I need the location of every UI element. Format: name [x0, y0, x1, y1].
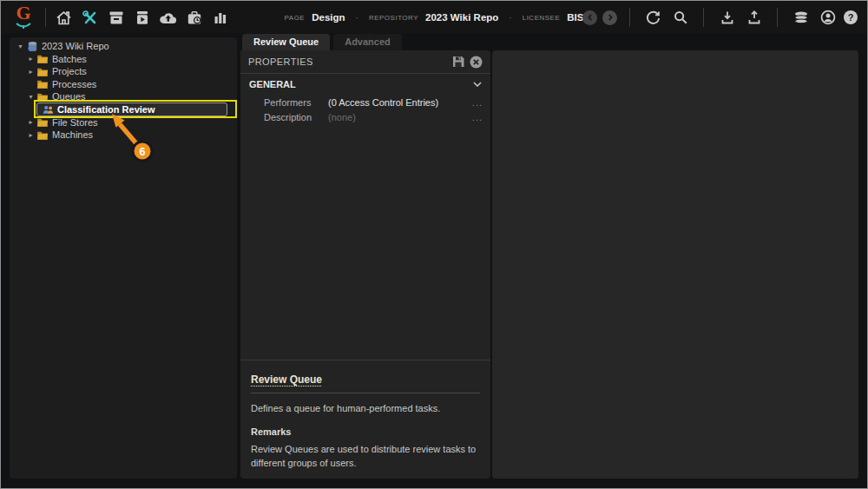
- folder-icon: [36, 54, 49, 63]
- user-account-icon[interactable]: [817, 6, 838, 29]
- expander-icon[interactable]: ▾: [16, 43, 25, 50]
- description-value[interactable]: (none): [328, 112, 472, 122]
- tree-item-file-stores[interactable]: ▸ File Stores: [10, 116, 237, 129]
- performers-label: Performers: [264, 97, 328, 108]
- folder-icon: [36, 92, 49, 102]
- refresh-icon[interactable]: [642, 6, 664, 29]
- help-description: Defines a queue for human-performed task…: [251, 402, 480, 416]
- logo-letter: G: [16, 2, 30, 23]
- chevron-down-icon: [473, 82, 482, 87]
- repository-label: REPOSITORY: [369, 14, 418, 22]
- review-queue-people-icon: [41, 105, 55, 114]
- content-workspace-panel: [492, 50, 858, 479]
- app-window: G: [0, 0, 868, 489]
- detail-tabs: Review Queue Advanced: [242, 34, 402, 50]
- tree-item-repo-root[interactable]: ▾ 2023 Wiki Repo: [10, 40, 237, 53]
- tree-item-label: Processes: [49, 79, 96, 89]
- toolbar-divider: [629, 8, 630, 27]
- expander-icon[interactable]: ▾: [26, 93, 36, 101]
- folder-icon: [36, 130, 49, 140]
- general-section-header[interactable]: GENERAL: [240, 74, 490, 95]
- properties-panel: PROPERTIES: [240, 50, 490, 479]
- tree-item-label: Machines: [49, 129, 93, 140]
- context-separator: ·: [505, 13, 515, 23]
- help-remarks-text: Review Queues are used to distribute rev…: [251, 443, 480, 471]
- download-icon[interactable]: [716, 6, 738, 29]
- tree-item-label: 2023 Wiki Repo: [39, 41, 109, 51]
- tree-item-processes[interactable]: Processes: [10, 78, 237, 91]
- tree-item-label: Classification Review: [55, 104, 155, 115]
- batch-process-play-icon[interactable]: [131, 6, 153, 29]
- grooper-logo: G: [9, 3, 38, 31]
- nav-forward-button[interactable]: [602, 10, 617, 25]
- properties-header: PROPERTIES: [240, 50, 490, 74]
- repository-icon: [25, 41, 39, 52]
- repository-value[interactable]: 2023 Wiki Repo: [425, 12, 498, 23]
- property-row-description: Description (none) ...: [240, 109, 490, 124]
- toolbar-right-icons: ?: [582, 2, 858, 33]
- description-label: Description: [264, 112, 328, 122]
- save-button[interactable]: [452, 56, 464, 68]
- help-pane: Review Queue Defines a queue for human-p…: [240, 360, 490, 479]
- folder-icon: [36, 67, 49, 76]
- stats-bar-chart-icon[interactable]: [209, 6, 231, 29]
- folder-icon: [36, 79, 49, 89]
- repositories-layers-icon[interactable]: [790, 6, 812, 29]
- toolbar-icons: [53, 6, 231, 29]
- tree-item-queues[interactable]: ▾ Queues: [10, 90, 237, 103]
- tree-item-machines[interactable]: ▸ Machines: [10, 129, 237, 142]
- tree-item-label: Queues: [49, 91, 86, 102]
- tree-item-label: Projects: [49, 66, 87, 76]
- help-divider: [251, 393, 480, 393]
- toolbar-divider: [777, 8, 778, 27]
- performers-more-button[interactable]: ...: [472, 97, 483, 108]
- help-title: Review Queue: [251, 373, 322, 386]
- logo-roots-icon: [15, 22, 32, 30]
- help-icon[interactable]: ?: [844, 10, 858, 24]
- property-row-performers: Performers (0 Access Control Entries) ..…: [240, 95, 490, 109]
- properties-title: PROPERTIES: [248, 56, 313, 67]
- licensee-label: LICENSEE: [523, 14, 561, 22]
- tree-item-batches[interactable]: ▸ Batches: [10, 53, 237, 66]
- expander-icon[interactable]: ▸: [26, 118, 36, 126]
- toolbar-divider: [703, 8, 704, 27]
- tree-item-projects[interactable]: ▸ Projects: [10, 65, 237, 78]
- repository-tree: ▾ 2023 Wiki Repo ▸: [10, 37, 237, 142]
- batches-box-icon[interactable]: [105, 6, 127, 29]
- tab-advanced[interactable]: Advanced: [333, 34, 402, 50]
- briefcase-clock-icon[interactable]: [183, 6, 205, 29]
- tree-item-label: Batches: [49, 54, 87, 64]
- design-tools-icon[interactable]: [79, 6, 101, 29]
- performers-value[interactable]: (0 Access Control Entries): [328, 97, 472, 108]
- upload-icon[interactable]: [743, 6, 765, 29]
- tab-review-queue[interactable]: Review Queue: [242, 34, 330, 50]
- expander-icon[interactable]: ▸: [26, 68, 36, 76]
- context-separator: ·: [352, 13, 362, 23]
- help-remarks-label: Remarks: [251, 426, 480, 437]
- general-section-label: GENERAL: [249, 79, 296, 89]
- context-breadcrumb: PAGE Design · REPOSITORY 2023 Wiki Repo …: [285, 2, 584, 33]
- close-icon[interactable]: [470, 56, 483, 69]
- tree-item-label: File Stores: [49, 117, 98, 128]
- cloud-upload-icon[interactable]: [157, 6, 179, 29]
- folder-icon: [36, 117, 49, 127]
- properties-actions: [452, 56, 483, 69]
- description-more-button[interactable]: ...: [472, 112, 483, 122]
- page-value[interactable]: Design: [312, 12, 345, 23]
- tree-item-classification-review[interactable]: Classification Review: [36, 102, 227, 116]
- licensee-value[interactable]: BIS: [567, 12, 583, 23]
- home-icon[interactable]: [53, 6, 75, 29]
- search-icon[interactable]: [669, 6, 691, 29]
- expander-icon[interactable]: ▸: [26, 55, 36, 63]
- toolbar-divider: [45, 8, 46, 27]
- node-tree-panel: ▾ 2023 Wiki Repo ▸: [10, 37, 237, 479]
- page-label: PAGE: [285, 14, 306, 22]
- nav-back-button[interactable]: [582, 10, 597, 25]
- top-toolbar: G: [2, 2, 866, 33]
- expander-icon[interactable]: ▸: [26, 131, 36, 139]
